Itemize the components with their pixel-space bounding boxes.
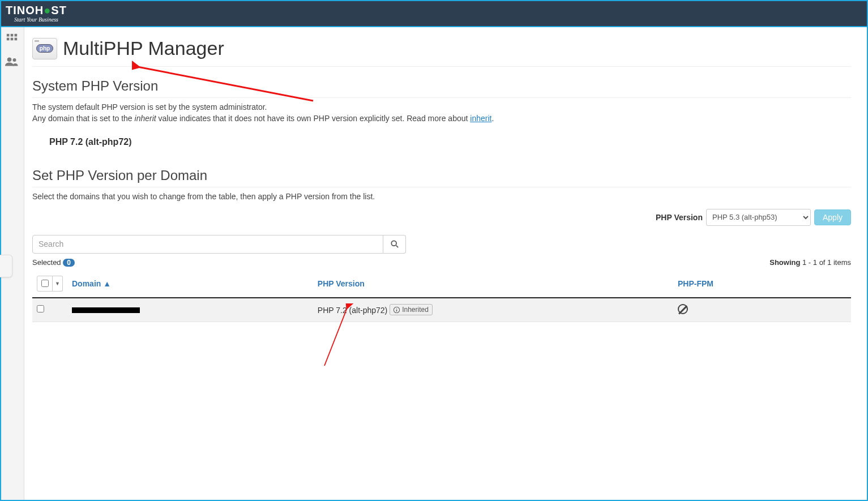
users-icon[interactable] bbox=[5, 55, 19, 71]
inherited-label: Inherited bbox=[402, 306, 429, 314]
inherit-link[interactable]: inherit bbox=[470, 114, 491, 123]
checkbox-input[interactable] bbox=[41, 280, 49, 287]
top-bar: TINOH●ST Start Your Business bbox=[0, 0, 868, 27]
svg-point-6 bbox=[7, 58, 12, 62]
search-icon bbox=[391, 240, 399, 248]
svg-rect-0 bbox=[7, 34, 10, 37]
search-row bbox=[32, 235, 406, 254]
multiphp-icon: php bbox=[32, 38, 57, 59]
page-title: MultiPHP Manager bbox=[63, 37, 224, 59]
side-widget-tab[interactable] bbox=[0, 255, 12, 277]
php-version-label: PHP Version bbox=[656, 213, 703, 222]
set-php-desc: Select the domains that you wish to chan… bbox=[32, 191, 851, 202]
svg-rect-13 bbox=[396, 310, 397, 311]
row-fpm-cell bbox=[673, 298, 851, 322]
selected-label: Selected bbox=[32, 258, 61, 267]
php-badge: php bbox=[36, 44, 53, 53]
system-php-heading: System PHP Version bbox=[32, 78, 851, 98]
apps-grid-icon[interactable] bbox=[6, 33, 18, 49]
set-php-section: Set PHP Version per Domain Select the do… bbox=[32, 168, 851, 322]
system-php-desc2: Any domain that is set to the inherit va… bbox=[32, 113, 851, 124]
row-checkbox-cell bbox=[32, 298, 67, 322]
svg-rect-2 bbox=[15, 34, 18, 37]
row-checkbox[interactable] bbox=[37, 305, 44, 312]
inherit-em: inherit bbox=[135, 114, 156, 123]
inherited-badge: Inherited bbox=[390, 304, 433, 315]
text: Any domain that is set to the bbox=[32, 114, 135, 123]
showing-label: Showing bbox=[769, 258, 800, 267]
domains-table: ▼ Domain ▲ PHP Version PHP-FPM bbox=[32, 270, 851, 322]
svg-point-9 bbox=[391, 241, 396, 246]
svg-rect-5 bbox=[15, 38, 18, 41]
system-php-desc1: The system default PHP version is set by… bbox=[32, 101, 851, 113]
page-header: php MultiPHP Manager bbox=[32, 34, 851, 67]
brand-logo[interactable]: TINOH●ST Start Your Business bbox=[6, 5, 67, 23]
text: . bbox=[491, 114, 494, 123]
table-meta: Selected 0 Showing 1 - 1 of 1 items bbox=[32, 258, 851, 267]
select-all-checkbox[interactable] bbox=[37, 276, 53, 292]
select-all-dropdown[interactable]: ▼ bbox=[53, 276, 63, 292]
table-header-domain[interactable]: Domain ▲ bbox=[67, 270, 313, 298]
table-row: PHP 7.2 (alt-php72) Inherited bbox=[32, 298, 851, 322]
svg-rect-4 bbox=[11, 38, 14, 41]
svg-point-7 bbox=[13, 58, 16, 62]
table-header-fpm[interactable]: PHP-FPM bbox=[673, 270, 851, 298]
apply-button[interactable]: Apply bbox=[814, 209, 851, 225]
system-php-section: System PHP Version The system default PH… bbox=[32, 78, 851, 153]
php-version-select[interactable]: PHP 5.3 (alt-php53) bbox=[706, 209, 811, 226]
row-domain-cell bbox=[67, 298, 313, 322]
selected-badge: 0 bbox=[63, 259, 75, 267]
table-header-php[interactable]: PHP Version bbox=[313, 270, 673, 298]
svg-line-10 bbox=[396, 246, 398, 248]
brand-tagline: Start Your Business bbox=[6, 17, 67, 23]
domain-name-redacted bbox=[72, 307, 140, 313]
row-php-cell: PHP 7.2 (alt-php72) Inherited bbox=[313, 298, 673, 322]
brand-name: TINOH●ST bbox=[6, 5, 67, 16]
selected-count: Selected 0 bbox=[32, 258, 75, 267]
svg-rect-1 bbox=[11, 34, 14, 37]
php-version-controls: PHP Version PHP 5.3 (alt-php53) Apply bbox=[32, 209, 851, 226]
search-input[interactable] bbox=[32, 235, 383, 254]
ban-icon bbox=[678, 304, 688, 314]
system-php-version: PHP 7.2 (alt-php72) bbox=[32, 125, 851, 153]
search-button[interactable] bbox=[383, 235, 406, 254]
text: value indicates that it does not have it… bbox=[156, 114, 471, 123]
row-php-version: PHP 7.2 (alt-php72) bbox=[318, 306, 387, 315]
showing-count: Showing 1 - 1 of 1 items bbox=[769, 258, 851, 267]
showing-range: 1 - 1 of 1 items bbox=[802, 258, 851, 267]
svg-rect-3 bbox=[7, 38, 10, 41]
svg-point-12 bbox=[396, 308, 397, 309]
info-icon bbox=[394, 307, 400, 313]
frame-accent bbox=[0, 0, 1, 501]
table-header-checkbox: ▼ bbox=[32, 270, 67, 298]
set-php-heading: Set PHP Version per Domain bbox=[32, 168, 851, 187]
main-content: php MultiPHP Manager System PHP Version … bbox=[24, 27, 868, 501]
